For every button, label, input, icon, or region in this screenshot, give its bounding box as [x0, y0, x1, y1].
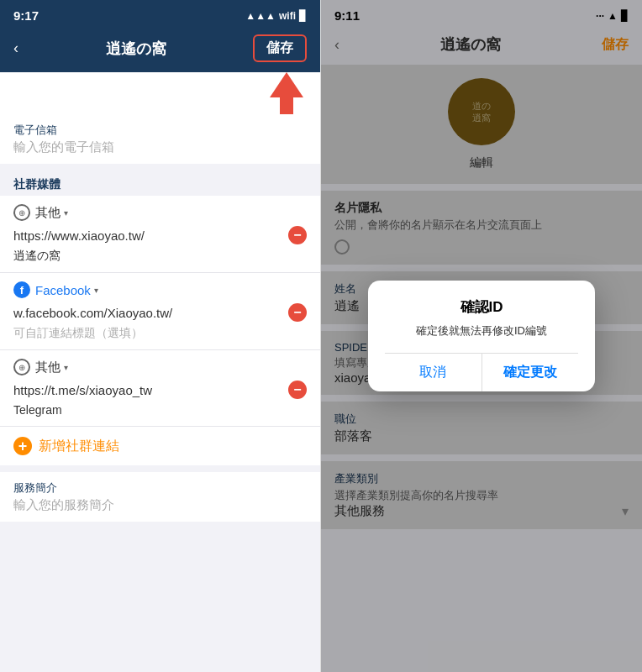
dialog-title: 確認ID — [385, 297, 578, 317]
service-section: 服務簡介 輸入您的服務簡介 — [0, 472, 320, 522]
email-placeholder[interactable]: 輸入您的電子信箱 — [13, 139, 307, 155]
link-label-1[interactable]: 逍遙の窩 — [13, 249, 61, 262]
remove-social-3[interactable]: − — [288, 381, 307, 399]
left-page-title: 逍遙の窩 — [106, 39, 166, 59]
dialog-overlay: 確認ID 確定後就無法再修改ID編號 取消 確定更改 — [321, 0, 642, 672]
chevron-down-icon-1: ▾ — [64, 208, 68, 218]
social-section-header: 社群媒體 — [0, 171, 320, 196]
social-type-row-2: f Facebook ▾ — [13, 281, 307, 298]
left-status-bar: 9:17 ▲▲▲ wifi ▊ — [0, 0, 320, 28]
social-type-label-2[interactable]: Facebook ▾ — [35, 283, 98, 297]
dialog-confirm-button[interactable]: 確定更改 — [482, 354, 579, 391]
link-placeholder-2[interactable]: 可自訂連結標題（選填） — [13, 326, 143, 339]
signal-icon: ▲▲▲ — [245, 10, 276, 22]
left-content: 電子信箱 輸入您的電子信箱 社群媒體 ⊕ 其他 ▾ https://www.xi… — [0, 114, 320, 672]
email-label: 電子信箱 — [13, 123, 307, 138]
left-nav-bar: ‹ 逍遙の窩 儲存 — [0, 28, 320, 72]
left-time: 9:17 — [13, 8, 39, 23]
social-item-3: ⊕ 其他 ▾ https://t.me/s/xiaoyao_tw − Teleg… — [0, 350, 320, 427]
url-row-3: https://t.me/s/xiaoyao_tw − — [13, 381, 307, 399]
url-text-3[interactable]: https://t.me/s/xiaoyao_tw — [13, 383, 152, 397]
social-type-label-1[interactable]: 其他 ▾ — [35, 205, 68, 221]
link-label-3[interactable]: Telegram — [13, 403, 62, 417]
link-label-row-1: 逍遙の窩 — [13, 248, 307, 264]
left-panel: 9:17 ▲▲▲ wifi ▊ ‹ 逍遙の窩 儲存 電子信箱 輸入您的電子信箱 — [0, 0, 321, 672]
social-item-1: ⊕ 其他 ▾ https://www.xiaoyao.tw/ − 逍遙の窩 — [0, 196, 320, 273]
remove-social-2[interactable]: − — [288, 303, 307, 322]
facebook-icon: f — [13, 281, 30, 298]
add-social-label: 新增社群連結 — [39, 438, 119, 455]
url-row-1: https://www.xiaoyao.tw/ − — [13, 226, 307, 244]
dialog-cancel-button[interactable]: 取消 — [385, 354, 482, 391]
link-label-row-2: 可自訂連結標題（選填） — [13, 325, 307, 341]
left-status-icons: ▲▲▲ wifi ▊ — [245, 10, 307, 22]
social-type-row-1: ⊕ 其他 ▾ — [13, 204, 307, 221]
battery-icon: ▊ — [299, 10, 307, 22]
dialog-buttons: 取消 確定更改 — [385, 353, 578, 391]
add-social-button[interactable]: + 新增社群連結 — [0, 427, 320, 465]
left-back-button[interactable]: ‹ — [13, 39, 18, 57]
add-icon: + — [13, 437, 32, 455]
arrow-head — [270, 72, 303, 97]
url-row-2: w.facebook.com/Xiaoyao.tw/ − — [13, 303, 307, 322]
confirm-id-dialog: 確認ID 確定後就無法再修改ID編號 取消 確定更改 — [368, 281, 595, 391]
service-placeholder[interactable]: 輸入您的服務簡介 — [13, 497, 307, 513]
save-arrow-indicator — [270, 72, 303, 114]
social-item-2: f Facebook ▾ w.facebook.com/Xiaoyao.tw/ … — [0, 273, 320, 350]
social-type-label-3[interactable]: 其他 ▾ — [35, 360, 68, 375]
arrow-container — [0, 72, 320, 114]
remove-social-1[interactable]: − — [288, 226, 307, 244]
dialog-message: 確定後就無法再修改ID編號 — [385, 323, 578, 339]
link-label-row-3: Telegram — [13, 402, 307, 417]
wifi-icon: wifi — [279, 10, 296, 22]
globe-icon-1: ⊕ — [13, 204, 30, 221]
url-text-2[interactable]: w.facebook.com/Xiaoyao.tw/ — [13, 306, 172, 320]
service-label: 服務簡介 — [13, 480, 307, 496]
chevron-down-icon-3: ▾ — [64, 363, 68, 372]
social-type-row-3: ⊕ 其他 ▾ — [13, 359, 307, 375]
chevron-down-icon-2: ▾ — [94, 286, 98, 295]
left-save-button[interactable]: 儲存 — [253, 34, 307, 62]
url-text-1[interactable]: https://www.xiaoyao.tw/ — [13, 228, 145, 243]
email-field-row: 電子信箱 輸入您的電子信箱 — [13, 114, 307, 164]
arrow-body — [280, 97, 293, 114]
email-section: 電子信箱 輸入您的電子信箱 — [0, 114, 320, 164]
right-panel: 9:11 ··· ▲ ▊ ‹ 逍遙の窩 儲存 道の逍窩 編輯 名片隱私 公開，會… — [321, 0, 642, 672]
globe-icon-3: ⊕ — [13, 359, 30, 375]
